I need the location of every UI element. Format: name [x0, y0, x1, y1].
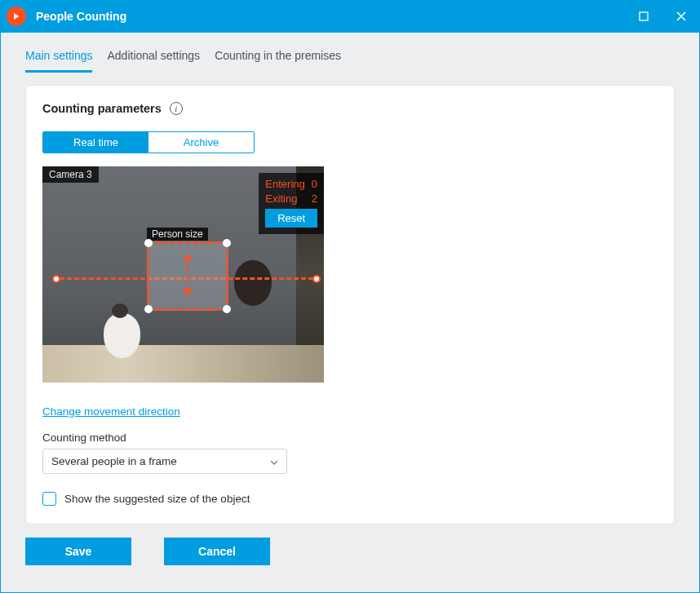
counter-entering-label: Entering: [265, 177, 304, 192]
scene-person-1: [104, 313, 140, 358]
camera-label: Camera 3: [42, 166, 99, 183]
counting-parameters-panel: Counting parameters i Real time Archive …: [25, 85, 675, 524]
source-segmented: Real time Archive: [42, 131, 255, 153]
window-controls: [625, 0, 700, 33]
tab-bar: Main settings Additional settings Counti…: [1, 33, 699, 73]
resize-handle-bl[interactable]: [144, 305, 153, 313]
section-header: Counting parameters i: [42, 102, 658, 115]
title-bar: People Counting: [0, 0, 700, 33]
counter-exiting-value: 2: [312, 192, 317, 206]
counting-method-value: Several people in a frame: [51, 455, 177, 467]
counting-method-select[interactable]: Several people in a frame: [42, 449, 287, 474]
app-icon: [7, 7, 26, 26]
cancel-button[interactable]: Cancel: [164, 538, 270, 565]
segment-realtime[interactable]: Real time: [43, 132, 148, 153]
counter-exiting-row: Exiting 2: [265, 192, 317, 206]
line-endpoint-right[interactable]: [312, 275, 321, 283]
scene-person-2: [234, 260, 272, 306]
section-title: Counting parameters: [42, 102, 162, 115]
person-size-label: Person size: [147, 228, 208, 241]
maximize-button[interactable]: [625, 0, 662, 33]
video-preview[interactable]: Camera 3 Entering 0 Exiting 2 Reset Pers…: [42, 166, 324, 383]
show-suggested-size-checkbox[interactable]: [42, 492, 56, 506]
svg-rect-0: [640, 12, 648, 20]
save-button[interactable]: Save: [25, 538, 131, 565]
counter-entering-value: 0: [312, 177, 317, 192]
resize-handle-br[interactable]: [223, 305, 231, 313]
footer-actions: Save Cancel: [1, 524, 699, 565]
counter-overlay: Entering 0 Exiting 2 Reset: [259, 173, 324, 234]
tab-additional-settings[interactable]: Additional settings: [107, 49, 200, 73]
reset-button[interactable]: Reset: [265, 209, 317, 228]
direction-arrows-icon: [183, 254, 193, 296]
show-suggested-size-label: Show the suggested size of the object: [64, 493, 250, 505]
person-size-box[interactable]: Person size: [147, 241, 228, 311]
counting-method-label: Counting method: [42, 431, 658, 444]
info-icon[interactable]: i: [170, 102, 183, 115]
line-endpoint-left[interactable]: [52, 275, 60, 283]
segment-archive[interactable]: Archive: [148, 132, 254, 153]
tab-counting-premises[interactable]: Counting in the premises: [215, 49, 341, 73]
window-title: People Counting: [36, 10, 625, 23]
counter-exiting-label: Exiting: [265, 192, 297, 206]
close-button[interactable]: [662, 0, 700, 33]
scene-floor: [42, 345, 324, 383]
resize-handle-tr[interactable]: [223, 239, 231, 247]
counter-entering-row: Entering 0: [265, 177, 317, 192]
tab-main-settings[interactable]: Main settings: [25, 49, 92, 73]
window-body: Main settings Additional settings Counti…: [0, 33, 700, 593]
change-direction-link[interactable]: Change movement direction: [42, 405, 180, 418]
show-suggested-size-row: Show the suggested size of the object: [42, 492, 658, 506]
resize-handle-tl[interactable]: [144, 239, 153, 247]
chevron-down-icon: [270, 455, 278, 467]
